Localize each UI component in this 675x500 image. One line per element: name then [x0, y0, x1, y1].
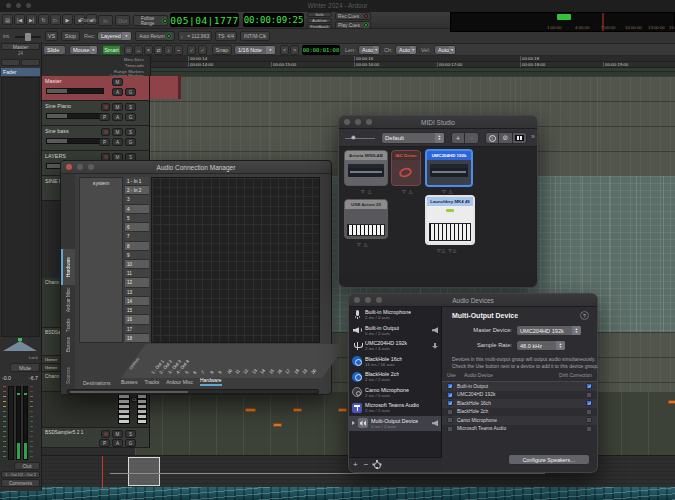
acm-port-column[interactable]: 5: [184, 370, 189, 375]
time-signature-button[interactable]: TS: 4/4: [215, 31, 237, 41]
output-button[interactable]: Out: [14, 462, 40, 470]
add-device-button[interactable]: +: [353, 461, 358, 469]
midi-note-region[interactable]: [293, 408, 302, 412]
automation-button[interactable]: A: [112, 113, 123, 121]
sample-rate-dropdown[interactable]: 48.0 kHz▴▾: [516, 340, 566, 351]
track-header-sine-piano[interactable]: Sine Piano M S P A G: [42, 101, 150, 126]
midi-connector-icon[interactable]: ▽ △: [357, 242, 368, 247]
acm-port-column[interactable]: 18: [293, 368, 300, 375]
acm-source-tab[interactable]: Tracks: [61, 315, 75, 335]
track-fader[interactable]: [46, 88, 104, 94]
acm-destination-tab[interactable]: Tracks: [144, 379, 159, 386]
secondary-clock[interactable]: 00:00:09:25: [243, 13, 304, 27]
drift-correction-checkbox[interactable]: [586, 417, 592, 423]
acm-port-row[interactable]: 5: [125, 214, 149, 223]
acm-port-row[interactable]: 15: [125, 306, 149, 315]
drift-correction-checkbox[interactable]: [586, 392, 592, 398]
midi-connector-icon[interactable]: ▽ △: [402, 189, 413, 194]
acm-destination-tab[interactable]: Ardour Misc: [166, 379, 193, 386]
acm-port-row[interactable]: 8: [125, 242, 149, 251]
audition-button[interactable]: Audition: [307, 18, 332, 23]
output-routing-button[interactable]: 1 - Out 1/2 - Out 2: [1, 471, 40, 478]
acm-port-row[interactable]: 6: [125, 223, 149, 232]
piano-scroomer-icon[interactable]: [118, 394, 130, 424]
location-markers-ruler[interactable]: [151, 72, 675, 76]
zoom-slider[interactable]: [345, 138, 375, 139]
snap-button[interactable]: Snap: [212, 45, 232, 55]
remove-device-button[interactable]: −: [364, 461, 369, 469]
drift-correction-checkbox[interactable]: [586, 409, 592, 415]
automation-button[interactable]: A: [112, 88, 123, 96]
pan-lock-label[interactable]: Lock: [29, 355, 38, 360]
acm-port-column[interactable]: 17: [285, 368, 292, 375]
tool-grab-icon[interactable]: □: [124, 45, 133, 55]
go-to-end-icon[interactable]: ▶|: [26, 14, 37, 25]
follow-range-button[interactable]: Follow Range: [133, 15, 168, 26]
device-use-row[interactable]: BlackHole 2ch: [442, 408, 597, 417]
grid-toggle-icon[interactable]: ✓: [198, 45, 207, 55]
nudge-back-button[interactable]: <: [280, 45, 289, 55]
midi-device-umc204hd[interactable]: UMC204HD 192k: [425, 149, 473, 187]
solo-button[interactable]: Solo: [307, 12, 332, 17]
playlist-button[interactable]: P: [99, 138, 110, 146]
help-button[interactable]: ?: [580, 311, 589, 320]
acm-port-row[interactable]: 17: [125, 325, 149, 334]
midi-studio-titlebar[interactable]: MIDI Studio: [339, 116, 537, 129]
primary-clock[interactable]: 005|04|1777: [170, 13, 239, 27]
device-use-row[interactable]: UMC204HD 192k: [442, 391, 597, 400]
acm-destination-tab[interactable]: Hardware: [200, 377, 222, 386]
midi-note-region[interactable]: [338, 408, 347, 412]
play-icon[interactable]: ▶: [62, 14, 73, 25]
use-checkbox[interactable]: [447, 409, 453, 415]
midi-note-region[interactable]: [273, 423, 282, 427]
mute-track-button[interactable]: M: [112, 128, 123, 136]
disclosure-icon[interactable]: [352, 421, 355, 425]
midi-studio-canvas[interactable]: Arturia MINILAB IAC Driver UMC204HD 192k…: [339, 147, 537, 287]
midi-device-launchkey[interactable]: Launchkey MK4 49: [425, 195, 475, 245]
acm-source-tab[interactable]: Busses: [61, 335, 75, 353]
device-use-row[interactable]: Built-in Output: [442, 382, 597, 391]
ruler-label-timecode[interactable]: Timecode: [125, 63, 144, 68]
acm-port-column[interactable]: 7: [201, 370, 206, 375]
mixer-meter-point[interactable]: 24: [1, 51, 40, 57]
acm-port-column[interactable]: 19: [301, 368, 308, 375]
monitor-fader[interactable]: [15, 36, 41, 38]
pan-widget[interactable]: [3, 341, 37, 351]
acm-horizontal-scrollbar[interactable]: [67, 389, 319, 394]
audio-device-row[interactable]: Camo Microphone 2 ins / 0 outs: [349, 385, 441, 401]
mixer-output-tab[interactable]: [21, 59, 40, 66]
acm-port-column[interactable]: 8: [209, 370, 214, 375]
processor-box[interactable]: [1, 77, 40, 337]
audio-device-row[interactable]: BlackHole 16ch 16 ins / 16 outs: [349, 354, 441, 370]
device-use-row[interactable]: Microsoft Teams Audio: [442, 425, 597, 434]
acm-port-column[interactable]: 16: [276, 368, 283, 375]
tool-draw-icon[interactable]: ~: [174, 45, 183, 55]
acm-port-row[interactable]: 9: [125, 251, 149, 260]
acm-port-column[interactable]: 20: [310, 368, 317, 375]
snap-toggle-icon[interactable]: ✓: [187, 45, 196, 55]
session-overview[interactable]: 1:00:004:00:007:00:0010:00:0013:00:0015:…: [450, 12, 675, 32]
mute-track-button[interactable]: M: [112, 78, 123, 86]
midi-device-axiom[interactable]: USB Axiom 25: [344, 199, 388, 239]
audio-device-row[interactable]: Microsoft Teams Audio 2 ins / 2 outs: [349, 400, 441, 416]
midi-connector-icon[interactable]: ▽△ ▽△: [437, 248, 457, 253]
midi-note-region[interactable]: [245, 408, 256, 412]
audio-device-row[interactable]: Multi-Output Device 0 ins / 2 outs: [349, 416, 441, 432]
acm-port-row[interactable]: 16: [125, 315, 149, 324]
mute-track-button[interactable]: M: [112, 430, 123, 438]
play-cues-button[interactable]: Play Cues: [335, 21, 371, 29]
disable-device-icon[interactable]: ⊘: [499, 133, 512, 143]
configure-speakers-button[interactable]: Configure Speakers…: [508, 454, 590, 465]
audio-device-row[interactable]: BlackHole 2ch 2 ins / 2 outs: [349, 369, 441, 385]
audio-device-row[interactable]: Built-in Output 0 ins / 2 outs: [349, 323, 441, 339]
test-setup-icon[interactable]: [513, 133, 526, 143]
use-checkbox[interactable]: [447, 426, 453, 432]
track-header-bsdsampler[interactable]: BSDSampler5 2 1 M S P A G: [42, 428, 150, 448]
note-velocity-dropdown[interactable]: Auto▾: [434, 45, 456, 55]
peak-readout[interactable]: -6.7: [29, 375, 38, 381]
drift-correction-checkbox[interactable]: [586, 426, 592, 432]
rec-mode-dropdown[interactable]: Layered▾: [97, 31, 132, 41]
drift-correction-checkbox[interactable]: [586, 400, 592, 406]
rec-cues-button[interactable]: Rec Cues: [335, 12, 371, 20]
acm-port-row[interactable]: 1 - In 1: [125, 177, 149, 186]
